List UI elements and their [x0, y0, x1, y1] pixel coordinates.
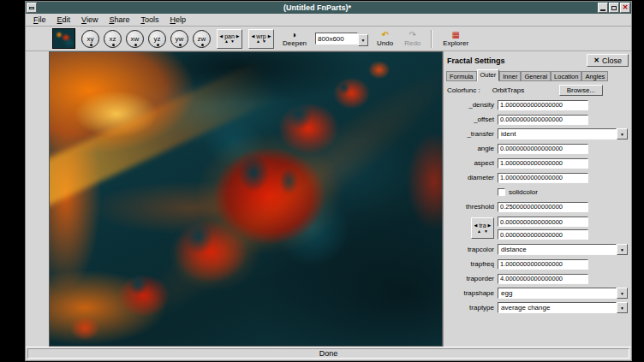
- redo-button[interactable]: ↷ Redo: [402, 30, 423, 48]
- rotate-zw-button[interactable]: zw: [193, 30, 211, 48]
- image-size-combo[interactable]: ▼: [315, 32, 368, 46]
- toolbar: xy xz xw yz yw zw: [26, 27, 631, 51]
- menu-view[interactable]: View: [76, 15, 104, 25]
- settings-tabs: Formula Outer Inner General Location Ang…: [446, 68, 629, 81]
- traptype-combo[interactable]: average change ▼: [498, 302, 628, 313]
- aspect-input[interactable]: [498, 158, 588, 169]
- chevron-down-icon[interactable]: ▼: [358, 34, 368, 46]
- tra-param-pager[interactable]: ◀ tra ▶ ▲ ▼: [471, 217, 494, 239]
- rotate-yw-label: yw: [176, 35, 184, 43]
- solidcolor-checkbox[interactable]: [498, 188, 505, 196]
- warp-right-arrow-icon[interactable]: ▶: [268, 34, 271, 39]
- menu-share[interactable]: Share: [104, 15, 135, 25]
- param-row: solidcolor: [446, 185, 629, 199]
- statusbar: Done: [26, 347, 631, 360]
- warp-up-arrow-icon[interactable]: ▲: [256, 39, 260, 44]
- chevron-down-icon[interactable]: ▼: [617, 128, 628, 139]
- tab-outer[interactable]: Outer: [477, 69, 500, 81]
- rotate-xy-button[interactable]: xy: [81, 30, 99, 48]
- trapshape-combo[interactable]: egg ▼: [498, 288, 628, 299]
- param-row: diameter: [446, 170, 629, 185]
- fractal-highlight-band: [49, 60, 278, 207]
- pan-down-arrow-icon[interactable]: ▼: [230, 39, 235, 44]
- undo-button[interactable]: ↶ Undo: [374, 30, 396, 48]
- tab-inner[interactable]: Inner: [499, 71, 521, 81]
- close-button[interactable]: ✕: [620, 3, 630, 13]
- menu-file[interactable]: File: [28, 15, 52, 25]
- rotation-indicator-dot: [157, 44, 159, 46]
- tra-up-arrow-icon[interactable]: ▲: [477, 229, 481, 234]
- transfer-combo[interactable]: ident ▼: [498, 128, 628, 139]
- rotate-yw-button[interactable]: yw: [170, 30, 188, 48]
- chevron-down-icon[interactable]: ▼: [617, 288, 628, 299]
- pan-control[interactable]: ◀ pan ▶ ▲ ▼: [217, 29, 242, 49]
- param-row: angle: [446, 141, 629, 156]
- param-label: traporder: [446, 275, 494, 282]
- titlebar[interactable]: (Untitled FnParts)* ✕: [26, 2, 631, 14]
- param-row: threshold: [446, 199, 629, 214]
- tra-label: tra: [479, 223, 486, 228]
- trapcolor-combo[interactable]: distance ▼: [498, 244, 628, 255]
- chevron-down-icon[interactable]: ▼: [617, 302, 628, 313]
- app-window: (Untitled FnParts)* ✕ File Edit View Sha…: [25, 1, 632, 361]
- minimize-button[interactable]: [598, 3, 608, 13]
- warp-left-arrow-icon[interactable]: ◀: [252, 34, 255, 39]
- tab-location[interactable]: Location: [551, 71, 581, 81]
- rotate-xw-label: xw: [131, 35, 140, 43]
- rotate-zw-label: zw: [198, 35, 206, 43]
- menu-edit[interactable]: Edit: [52, 15, 77, 25]
- tra-value2-input[interactable]: [498, 229, 588, 240]
- rotate-xw-button[interactable]: xw: [126, 30, 144, 48]
- explorer-button[interactable]: ▦ Explorer: [440, 30, 471, 48]
- deepen-button[interactable]: ◗ Deepen: [280, 30, 309, 48]
- tab-angles[interactable]: Angles: [581, 71, 608, 81]
- pan-up-arrow-icon[interactable]: ▲: [224, 39, 229, 44]
- window-menu-button[interactable]: [27, 3, 37, 13]
- chevron-down-icon[interactable]: ▼: [617, 244, 628, 255]
- offset-input[interactable]: [498, 115, 588, 125]
- panel-close-button[interactable]: ✕ Close: [587, 54, 629, 67]
- trapfreq-input[interactable]: [498, 259, 588, 270]
- pan-right-arrow-icon[interactable]: ▶: [236, 34, 240, 39]
- angle-input[interactable]: [498, 144, 588, 154]
- tra-down-arrow-icon[interactable]: ▼: [484, 229, 488, 234]
- density-input[interactable]: [498, 100, 588, 110]
- rotate-xz-button[interactable]: xz: [104, 30, 122, 48]
- menu-tools[interactable]: Tools: [135, 15, 164, 25]
- param-label: _transfer: [446, 130, 494, 138]
- redo-icon: ↷: [409, 31, 416, 39]
- status-text: Done: [27, 348, 629, 359]
- pan-left-arrow-icon[interactable]: ◀: [219, 34, 223, 39]
- rotation-indicator-dot: [112, 44, 115, 46]
- rotate-yz-button[interactable]: yz: [148, 30, 166, 48]
- image-size-input[interactable]: [315, 33, 358, 45]
- browse-button[interactable]: Browse...: [559, 85, 603, 96]
- transfer-value: ident: [498, 128, 617, 139]
- menu-help[interactable]: Help: [164, 15, 192, 25]
- maximize-button[interactable]: [609, 3, 619, 13]
- warp-down-arrow-icon[interactable]: ▼: [262, 39, 266, 44]
- panel-title: Fractal Settings: [447, 56, 587, 65]
- diameter-input[interactable]: [498, 173, 588, 183]
- window-menu-icon: [29, 7, 34, 9]
- rotation-indicator-dot: [134, 44, 137, 46]
- fractal-preview-thumbnail[interactable]: [52, 28, 75, 49]
- param-label: _offset: [446, 116, 494, 123]
- tra-left-arrow-icon[interactable]: ◀: [474, 223, 478, 228]
- threshold-input[interactable]: [498, 202, 588, 212]
- param-row: _density: [446, 98, 629, 112]
- rotation-indicator-dot: [201, 44, 204, 46]
- undo-label: Undo: [377, 40, 393, 47]
- tra-right-arrow-icon[interactable]: ▶: [488, 223, 492, 228]
- trapshape-value: egg: [498, 288, 617, 299]
- tab-formula[interactable]: Formula: [446, 71, 477, 81]
- fractal-canvas[interactable]: [49, 51, 443, 347]
- close-x-icon: ✕: [593, 56, 599, 64]
- panel-close-label: Close: [602, 56, 622, 65]
- solidcolor-label: solidcolor: [509, 188, 538, 196]
- traporder-input[interactable]: [498, 274, 588, 284]
- tab-general[interactable]: General: [521, 71, 551, 81]
- param-row: traporder: [446, 271, 629, 286]
- warp-control[interactable]: ◀ wrp ▶ ▲ ▼: [248, 29, 274, 49]
- tra-value1-input[interactable]: [498, 217, 588, 227]
